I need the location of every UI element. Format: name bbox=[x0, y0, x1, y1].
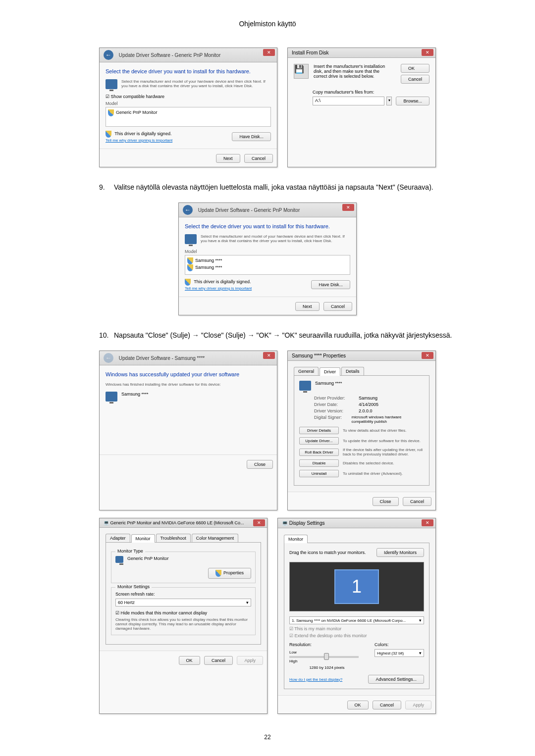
main-monitor-checkbox: ☑ This is my main monitor bbox=[289, 626, 424, 631]
close-icon[interactable]: ✕ bbox=[422, 49, 433, 56]
monitor-properties-dialog: 💻 Generic PnP Monitor and NVIDIA GeForce… bbox=[99, 518, 268, 714]
model-col-header: Model bbox=[185, 249, 350, 254]
dialog-title: Update Driver Software - Samsung **** bbox=[119, 355, 205, 361]
close-icon[interactable]: ✕ bbox=[342, 204, 354, 211]
shield-icon bbox=[187, 264, 193, 271]
next-button[interactable]: Next bbox=[216, 154, 240, 163]
wizard-heading: Select the device driver you want to ins… bbox=[185, 223, 350, 229]
have-disk-button[interactable]: Have Disk... bbox=[311, 280, 350, 289]
signing-link[interactable]: Tell me why driver signing is important bbox=[185, 286, 252, 291]
close-button[interactable]: Close bbox=[373, 497, 399, 506]
cancel-button[interactable]: Cancel bbox=[244, 154, 273, 163]
dropdown-arrow-icon[interactable]: ▾ bbox=[386, 97, 392, 105]
tab-driver[interactable]: Driver bbox=[320, 367, 340, 376]
colors-label: Colors: bbox=[374, 642, 424, 647]
details-desc: To view details about the driver files. bbox=[343, 428, 407, 433]
next-button[interactable]: Next bbox=[295, 302, 320, 311]
cancel-button[interactable]: Cancel bbox=[373, 701, 401, 709]
ok-button[interactable]: OK bbox=[179, 656, 200, 665]
cancel-button[interactable]: Cancel bbox=[401, 75, 429, 84]
model-col-header: Model bbox=[106, 101, 271, 106]
shield-icon bbox=[106, 131, 111, 138]
cancel-button[interactable]: Cancel bbox=[403, 497, 431, 506]
close-icon[interactable]: ✕ bbox=[263, 352, 275, 359]
back-arrow-icon[interactable]: ← bbox=[183, 205, 193, 215]
tab-general[interactable]: General bbox=[294, 367, 319, 375]
show-compat-checkbox[interactable]: ☑ Show compatible hardware bbox=[106, 94, 271, 99]
monitor-type-label: Monitor Type bbox=[115, 549, 145, 554]
step-text: Napsauta "Close" (Sulje) → "Close" (Sulj… bbox=[114, 330, 466, 341]
rollback-button[interactable]: Roll Back Driver bbox=[299, 449, 339, 456]
floppy-icon: 💾 bbox=[294, 64, 309, 79]
date-label: Driver Date: bbox=[314, 402, 359, 407]
version-label: Driver Version: bbox=[314, 408, 359, 413]
info-text: Select the manufacturer and model of you… bbox=[201, 234, 350, 243]
close-icon[interactable]: ✕ bbox=[422, 519, 433, 526]
back-arrow-icon[interactable]: ← bbox=[104, 50, 113, 60]
close-icon[interactable]: ✕ bbox=[422, 352, 433, 359]
identify-monitors-button[interactable]: Identify Monitors bbox=[376, 548, 424, 557]
monitor-type-value: Generic PnP Monitor bbox=[127, 556, 168, 561]
disable-desc: Disables the selected device. bbox=[343, 461, 394, 465]
monitor-icon bbox=[106, 79, 117, 89]
tab-monitor[interactable]: Monitor bbox=[131, 534, 155, 543]
ok-button[interactable]: OK bbox=[347, 701, 369, 709]
apply-button[interactable]: Apply bbox=[405, 701, 431, 709]
step-number: 9. bbox=[99, 182, 114, 193]
tab-troubleshoot[interactable]: Troubleshoot bbox=[156, 534, 191, 542]
uninstall-button[interactable]: Uninstall bbox=[299, 470, 339, 477]
cancel-button[interactable]: Cancel bbox=[323, 302, 352, 311]
refresh-rate-label: Screen refresh rate: bbox=[115, 592, 251, 597]
dialog-title: Update Driver Software - Generic PnP Mon… bbox=[119, 52, 220, 58]
page-header: Ohjelmiston käyttö bbox=[30, 20, 505, 28]
dialog-titlebar: 💻 Generic PnP Monitor and NVIDIA GeForce… bbox=[100, 518, 267, 528]
subtext: Windows has finished installing the driv… bbox=[106, 382, 271, 387]
disable-button[interactable]: Disable bbox=[299, 459, 339, 467]
chevron-down-icon: ▾ bbox=[419, 618, 422, 623]
close-button[interactable]: Close bbox=[247, 460, 273, 469]
cancel-button[interactable]: Cancel bbox=[204, 656, 233, 665]
tab-monitor[interactable]: Monitor bbox=[284, 535, 308, 543]
refresh-rate-select[interactable]: 60 Hertz▾ bbox=[115, 599, 251, 606]
monitor-1-icon[interactable]: 1 bbox=[334, 569, 379, 604]
colors-select[interactable]: Highest (32 bit)▾ bbox=[374, 649, 424, 657]
properties-button[interactable]: Properties bbox=[208, 568, 251, 579]
wizard-heading: Select the device driver you want to ins… bbox=[106, 68, 271, 74]
have-disk-button[interactable]: Have Disk... bbox=[232, 132, 271, 141]
monitor-select[interactable]: 1. Samsung **** on NVIDIA GeForce 6600 L… bbox=[289, 616, 424, 624]
tab-color-mgmt[interactable]: Color Management bbox=[192, 534, 239, 542]
step-number: 10. bbox=[99, 330, 114, 341]
dialog-titlebar: 💻 Display Settings ✕ bbox=[278, 518, 435, 528]
advanced-settings-button[interactable]: Advanced Settings... bbox=[368, 675, 424, 684]
screenshots-row-4: 💻 Generic PnP Monitor and NVIDIA GeForce… bbox=[30, 518, 505, 714]
update-driver-button[interactable]: Update Driver... bbox=[299, 437, 339, 445]
browse-button[interactable]: Browse... bbox=[396, 97, 429, 105]
close-icon[interactable]: ✕ bbox=[263, 49, 275, 56]
resolution-value: 1280 by 1024 pixels bbox=[289, 665, 365, 670]
driver-updated-dialog: ← Update Driver Software - Samsung **** … bbox=[99, 351, 277, 510]
chevron-down-icon: ▾ bbox=[419, 651, 422, 655]
signing-link[interactable]: Tell me why driver signing is important bbox=[106, 138, 172, 143]
hide-modes-checkbox[interactable]: ☑ Hide modes that this monitor cannot di… bbox=[115, 610, 251, 615]
model-item[interactable]: Generic PnP Monitor bbox=[108, 109, 268, 116]
high-label: High bbox=[289, 659, 297, 663]
low-label: Low bbox=[289, 650, 297, 655]
driver-details-button[interactable]: Driver Details bbox=[299, 427, 339, 434]
model-list[interactable]: Generic PnP Monitor bbox=[106, 107, 271, 127]
slider-thumb[interactable] bbox=[324, 653, 329, 660]
model-list[interactable]: Samsung **** Samsung **** bbox=[185, 255, 350, 275]
tab-adapter[interactable]: Adapter bbox=[106, 534, 130, 542]
resolution-slider[interactable] bbox=[289, 656, 359, 658]
model-item[interactable]: Samsung **** bbox=[187, 264, 348, 271]
close-icon[interactable]: ✕ bbox=[253, 519, 265, 526]
help-link[interactable]: How do I get the best display? bbox=[289, 677, 342, 682]
model-item[interactable]: Samsung **** bbox=[187, 257, 348, 264]
ok-button[interactable]: OK bbox=[401, 64, 429, 73]
dialog-title: Samsung **** Properties bbox=[292, 353, 346, 358]
instruction-9: 9. Valitse näytöllä olevasta näyttöjen l… bbox=[99, 182, 466, 193]
apply-button[interactable]: Apply bbox=[237, 656, 263, 665]
monitor-layout[interactable]: 1 bbox=[289, 562, 424, 611]
tab-details[interactable]: Details bbox=[341, 367, 364, 375]
dialog-titlebar: ← Update Driver Software - Generic PnP M… bbox=[100, 48, 277, 62]
path-input[interactable]: A:\ bbox=[313, 97, 384, 105]
